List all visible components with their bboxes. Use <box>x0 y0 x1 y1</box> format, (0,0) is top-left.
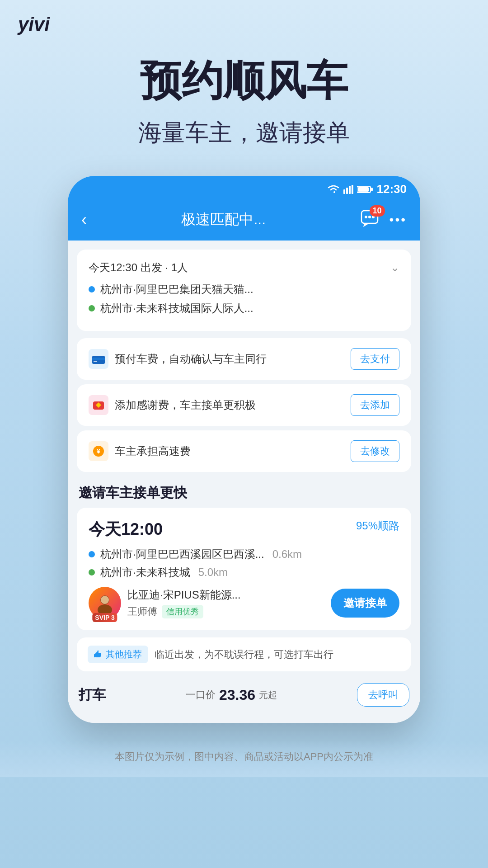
trip-to-row: 杭州市·未来科技城国际人际人... <box>89 301 399 316</box>
svg-rect-13 <box>94 361 97 362</box>
driver-info: SVIP 3 比亚迪·宋PIUS新能源... 王师傅 信用优秀 邀请接单 <box>89 587 399 619</box>
driver-avatar: SVIP 3 <box>89 587 121 619</box>
phone-mockup: 12:30 ‹ 极速匹配中... 10 ••• 今天12:3 <box>68 176 420 723</box>
tip-action-left: 添加感谢费，车主接单更积极 <box>89 395 256 415</box>
taxi-price-label: 一口价 <box>186 688 216 702</box>
app-logo: yivi <box>18 14 50 35</box>
driver-route-match: 95%顺路 <box>356 519 399 533</box>
svg-text:¥: ¥ <box>97 448 100 455</box>
rec-tag-label: 其他推荐 <box>106 648 142 660</box>
hero-section: 预约顺风车 海量车主，邀请接单 <box>0 40 488 176</box>
svg-rect-1 <box>346 188 348 194</box>
driver-to-dist: 5.0km <box>198 566 228 579</box>
svg-rect-0 <box>343 189 345 194</box>
trip-from-row: 杭州市·阿里巴巴集团天猫天猫... <box>89 282 399 297</box>
driver-card: 今天12:00 95%顺路 杭州市·阿里巴巴西溪园区巴西溪... 0.6km 杭… <box>77 508 411 630</box>
taxi-price-unit: 元起 <box>259 689 277 701</box>
phone-nav-bar: ‹ 极速匹配中... 10 ••• <box>68 203 420 241</box>
taxi-row: 打车 一口价 23.36 元起 去呼叫 <box>77 676 411 714</box>
trip-to: 杭州市·未来科技城国际人际人... <box>100 301 253 316</box>
driver-header: 今天12:00 95%顺路 <box>89 519 399 541</box>
toll-text: 车主承担高速费 <box>115 444 191 458</box>
trip-departure: 今天12:30 出发 · 1人 <box>89 260 188 275</box>
driver-from-row: 杭州市·阿里巴巴西溪园区巴西溪... 0.6km <box>89 547 399 561</box>
svg-rect-12 <box>92 358 105 360</box>
svg-rect-6 <box>358 187 369 192</box>
toll-icon: ¥ <box>89 441 108 461</box>
phone-content: 今天12:30 出发 · 1人 ⌄ 杭州市·阿里巴巴集团天猫天猫... 杭州市·… <box>68 241 420 723</box>
driver-name-row: 王师傅 信用优秀 <box>127 605 241 618</box>
trip-card: 今天12:30 出发 · 1人 ⌄ 杭州市·阿里巴巴集团天猫天猫... 杭州市·… <box>77 250 411 331</box>
hero-title: 预约顺风车 <box>18 58 470 104</box>
svg-rect-20 <box>94 654 95 657</box>
prepay-action-left: 预付车费，自动确认与车主同行 <box>89 349 267 369</box>
footer-disclaimer: 本图片仅为示例，图中内容、商品或活动以APP内公示为准 <box>0 741 488 777</box>
tip-text: 添加感谢费，车主接单更积极 <box>115 398 256 412</box>
trip-from: 杭州市·阿里巴巴集团天猫天猫... <box>100 282 253 297</box>
rec-tag: 其他推荐 <box>88 646 148 663</box>
to-dot <box>89 305 95 311</box>
signal-icon <box>343 185 353 194</box>
driver-to-dot <box>89 569 95 576</box>
call-taxi-button[interactable]: 去呼叫 <box>357 683 409 707</box>
tip-action-card: 添加感谢费，车主接单更积极 去添加 <box>77 384 411 426</box>
other-rec-card: 其他推荐 临近出发，为不耽误行程，可选打车出行 <box>77 637 411 671</box>
toll-action-card: ¥ 车主承担高速费 去修改 <box>77 430 411 472</box>
chat-icon[interactable]: 10 <box>361 210 380 230</box>
driver-to-row: 杭州市·未来科技城 5.0km <box>89 565 399 580</box>
top-bar: yivi <box>0 0 488 40</box>
trip-header: 今天12:30 出发 · 1人 ⌄ <box>89 260 399 275</box>
taxi-title: 打车 <box>79 686 106 704</box>
chat-badge: 10 <box>370 205 385 217</box>
vip-badge: SVIP 3 <box>92 613 117 622</box>
rec-text: 临近出发，为不耽误行程，可选打车出行 <box>155 648 333 661</box>
section-title: 邀请车主接单更快 <box>77 476 411 508</box>
toll-action-left: ¥ 车主承担高速费 <box>89 441 191 461</box>
driver-car: 比亚迪·宋PIUS新能源... <box>127 588 241 602</box>
tip-button[interactable]: 去添加 <box>351 394 399 416</box>
svg-rect-5 <box>371 188 373 191</box>
svg-point-19 <box>101 596 109 604</box>
taxi-price: 23.36 <box>219 687 255 703</box>
thumbs-up-icon <box>94 650 103 659</box>
battery-icon <box>357 185 373 193</box>
hero-subtitle: 海量车主，邀请接单 <box>18 117 470 149</box>
invite-button[interactable]: 邀请接单 <box>331 589 399 618</box>
trip-expand-icon[interactable]: ⌄ <box>390 261 399 274</box>
svg-rect-3 <box>352 185 353 194</box>
status-icons: 12:30 <box>327 182 407 196</box>
nav-back-button[interactable]: ‹ <box>81 210 87 229</box>
driver-from-dist: 0.6km <box>272 548 302 561</box>
taxi-price-row: 一口价 23.36 元起 <box>186 687 277 703</box>
driver-details: 比亚迪·宋PIUS新能源... 王师傅 信用优秀 <box>127 588 241 618</box>
svg-point-8 <box>365 216 367 218</box>
driver-route: 杭州市·阿里巴巴西溪园区巴西溪... 0.6km 杭州市·未来科技城 5.0km <box>89 547 399 580</box>
driver-time: 今天12:00 <box>89 519 163 541</box>
driver-from-dot <box>89 551 95 557</box>
nav-title: 极速匹配中... <box>181 210 266 230</box>
status-time: 12:30 <box>377 182 407 196</box>
driver-to: 杭州市·未来科技城 <box>100 565 190 580</box>
prepay-icon <box>89 349 108 369</box>
nav-right-icons: 10 ••• <box>361 210 407 230</box>
svg-point-9 <box>368 216 371 218</box>
prepay-text: 预付车费，自动确认与车主同行 <box>115 352 267 366</box>
driver-from: 杭州市·阿里巴巴西溪园区巴西溪... <box>100 547 264 561</box>
tip-icon <box>89 395 108 415</box>
disclaimer-text: 本图片仅为示例，图中内容、商品或活动以APP内公示为准 <box>115 751 373 762</box>
prepay-action-card: 预付车费，自动确认与车主同行 去支付 <box>77 338 411 380</box>
from-dot <box>89 286 95 292</box>
toll-button[interactable]: 去修改 <box>351 440 399 462</box>
status-bar: 12:30 <box>68 176 420 203</box>
credit-badge: 信用优秀 <box>162 605 203 618</box>
wifi-icon <box>327 185 340 194</box>
more-options-icon[interactable]: ••• <box>389 212 407 227</box>
driver-left: SVIP 3 比亚迪·宋PIUS新能源... 王师傅 信用优秀 <box>89 587 241 619</box>
prepay-button[interactable]: 去支付 <box>351 348 399 370</box>
svg-rect-2 <box>349 186 351 194</box>
driver-name: 王师傅 <box>127 605 157 618</box>
